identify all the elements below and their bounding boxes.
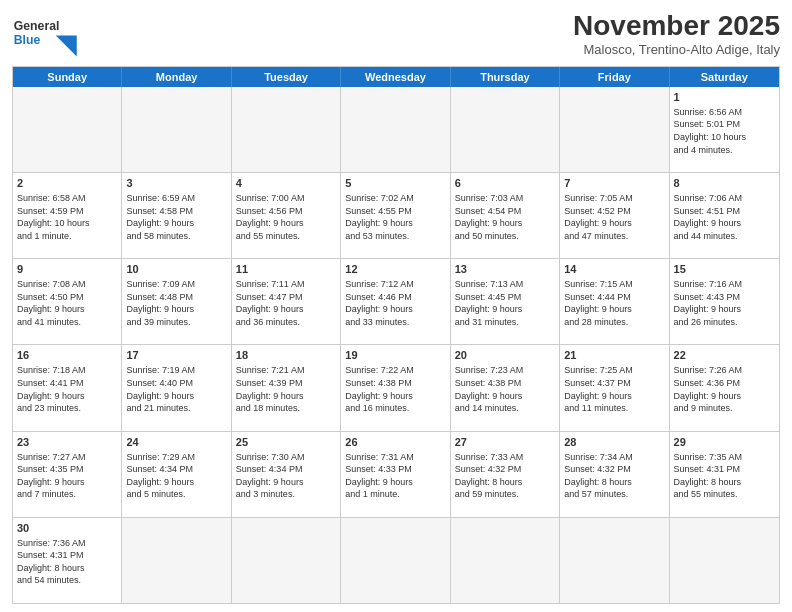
calendar-cell-empty-2 [232, 87, 341, 173]
generalblue-logo: General Blue [12, 10, 82, 60]
cell-sun-info: Sunrise: 6:59 AM Sunset: 4:58 PM Dayligh… [126, 192, 226, 242]
calendar-cell-24: 24Sunrise: 7:29 AM Sunset: 4:34 PM Dayli… [122, 432, 231, 518]
calendar-cell-25: 25Sunrise: 7:30 AM Sunset: 4:34 PM Dayli… [232, 432, 341, 518]
calendar-cell-30: 30Sunrise: 7:36 AM Sunset: 4:31 PM Dayli… [13, 518, 122, 603]
calendar-cell-19: 19Sunrise: 7:22 AM Sunset: 4:38 PM Dayli… [341, 345, 450, 431]
calendar-cell-4: 4Sunrise: 7:00 AM Sunset: 4:56 PM Daylig… [232, 173, 341, 259]
calendar-cell-2: 2Sunrise: 6:58 AM Sunset: 4:59 PM Daylig… [13, 173, 122, 259]
calendar-cell-empty-38 [341, 518, 450, 603]
location-subtitle: Malosco, Trentino-Alto Adige, Italy [573, 42, 780, 57]
calendar: SundayMondayTuesdayWednesdayThursdayFrid… [12, 66, 780, 604]
day-number: 30 [17, 521, 117, 536]
day-header-friday: Friday [560, 67, 669, 87]
day-number: 7 [564, 176, 664, 191]
calendar-cell-12: 12Sunrise: 7:12 AM Sunset: 4:46 PM Dayli… [341, 259, 450, 345]
day-number: 9 [17, 262, 117, 277]
calendar-cell-7: 7Sunrise: 7:05 AM Sunset: 4:52 PM Daylig… [560, 173, 669, 259]
calendar-body: 1Sunrise: 6:56 AM Sunset: 5:01 PM Daylig… [13, 87, 779, 603]
calendar-cell-3: 3Sunrise: 6:59 AM Sunset: 4:58 PM Daylig… [122, 173, 231, 259]
day-number: 19 [345, 348, 445, 363]
day-header-tuesday: Tuesday [232, 67, 341, 87]
calendar-cell-15: 15Sunrise: 7:16 AM Sunset: 4:43 PM Dayli… [670, 259, 779, 345]
cell-sun-info: Sunrise: 7:33 AM Sunset: 4:32 PM Dayligh… [455, 451, 555, 501]
day-number: 17 [126, 348, 226, 363]
day-number: 25 [236, 435, 336, 450]
calendar-cell-6: 6Sunrise: 7:03 AM Sunset: 4:54 PM Daylig… [451, 173, 560, 259]
calendar-cell-16: 16Sunrise: 7:18 AM Sunset: 4:41 PM Dayli… [13, 345, 122, 431]
month-title: November 2025 [573, 10, 780, 42]
day-number: 26 [345, 435, 445, 450]
day-number: 10 [126, 262, 226, 277]
cell-sun-info: Sunrise: 7:08 AM Sunset: 4:50 PM Dayligh… [17, 278, 117, 328]
day-number: 14 [564, 262, 664, 277]
svg-marker-2 [56, 35, 77, 56]
calendar-cell-empty-1 [122, 87, 231, 173]
day-number: 21 [564, 348, 664, 363]
calendar-cell-17: 17Sunrise: 7:19 AM Sunset: 4:40 PM Dayli… [122, 345, 231, 431]
cell-sun-info: Sunrise: 7:02 AM Sunset: 4:55 PM Dayligh… [345, 192, 445, 242]
day-number: 23 [17, 435, 117, 450]
cell-sun-info: Sunrise: 7:15 AM Sunset: 4:44 PM Dayligh… [564, 278, 664, 328]
calendar-cell-5: 5Sunrise: 7:02 AM Sunset: 4:55 PM Daylig… [341, 173, 450, 259]
calendar-cell-8: 8Sunrise: 7:06 AM Sunset: 4:51 PM Daylig… [670, 173, 779, 259]
svg-text:Blue: Blue [14, 33, 41, 47]
calendar-cell-empty-40 [560, 518, 669, 603]
header: General Blue November 2025 Malosco, Tren… [12, 10, 780, 60]
day-number: 27 [455, 435, 555, 450]
day-header-monday: Monday [122, 67, 231, 87]
day-number: 13 [455, 262, 555, 277]
cell-sun-info: Sunrise: 7:16 AM Sunset: 4:43 PM Dayligh… [674, 278, 775, 328]
day-number: 8 [674, 176, 775, 191]
cell-sun-info: Sunrise: 6:56 AM Sunset: 5:01 PM Dayligh… [674, 106, 775, 156]
cell-sun-info: Sunrise: 7:13 AM Sunset: 4:45 PM Dayligh… [455, 278, 555, 328]
day-number: 16 [17, 348, 117, 363]
cell-sun-info: Sunrise: 7:36 AM Sunset: 4:31 PM Dayligh… [17, 537, 117, 587]
calendar-cell-26: 26Sunrise: 7:31 AM Sunset: 4:33 PM Dayli… [341, 432, 450, 518]
calendar-cell-23: 23Sunrise: 7:27 AM Sunset: 4:35 PM Dayli… [13, 432, 122, 518]
calendar-cell-empty-36 [122, 518, 231, 603]
cell-sun-info: Sunrise: 7:18 AM Sunset: 4:41 PM Dayligh… [17, 364, 117, 414]
calendar-cell-11: 11Sunrise: 7:11 AM Sunset: 4:47 PM Dayli… [232, 259, 341, 345]
day-number: 2 [17, 176, 117, 191]
cell-sun-info: Sunrise: 7:35 AM Sunset: 4:31 PM Dayligh… [674, 451, 775, 501]
cell-sun-info: Sunrise: 7:06 AM Sunset: 4:51 PM Dayligh… [674, 192, 775, 242]
logo-area: General Blue [12, 10, 82, 60]
cell-sun-info: Sunrise: 7:31 AM Sunset: 4:33 PM Dayligh… [345, 451, 445, 501]
calendar-cell-22: 22Sunrise: 7:26 AM Sunset: 4:36 PM Dayli… [670, 345, 779, 431]
calendar-cell-28: 28Sunrise: 7:34 AM Sunset: 4:32 PM Dayli… [560, 432, 669, 518]
day-number: 28 [564, 435, 664, 450]
calendar-cell-empty-5 [560, 87, 669, 173]
calendar-cell-20: 20Sunrise: 7:23 AM Sunset: 4:38 PM Dayli… [451, 345, 560, 431]
day-number: 29 [674, 435, 775, 450]
svg-text:General: General [14, 19, 60, 33]
calendar-header: SundayMondayTuesdayWednesdayThursdayFrid… [13, 67, 779, 87]
calendar-cell-empty-41 [670, 518, 779, 603]
day-number: 3 [126, 176, 226, 191]
calendar-cell-empty-0 [13, 87, 122, 173]
calendar-cell-10: 10Sunrise: 7:09 AM Sunset: 4:48 PM Dayli… [122, 259, 231, 345]
day-number: 1 [674, 90, 775, 105]
cell-sun-info: Sunrise: 7:22 AM Sunset: 4:38 PM Dayligh… [345, 364, 445, 414]
page: General Blue November 2025 Malosco, Tren… [0, 0, 792, 612]
cell-sun-info: Sunrise: 7:29 AM Sunset: 4:34 PM Dayligh… [126, 451, 226, 501]
cell-sun-info: Sunrise: 7:19 AM Sunset: 4:40 PM Dayligh… [126, 364, 226, 414]
cell-sun-info: Sunrise: 7:23 AM Sunset: 4:38 PM Dayligh… [455, 364, 555, 414]
cell-sun-info: Sunrise: 7:09 AM Sunset: 4:48 PM Dayligh… [126, 278, 226, 328]
cell-sun-info: Sunrise: 7:26 AM Sunset: 4:36 PM Dayligh… [674, 364, 775, 414]
day-number: 5 [345, 176, 445, 191]
cell-sun-info: Sunrise: 7:30 AM Sunset: 4:34 PM Dayligh… [236, 451, 336, 501]
cell-sun-info: Sunrise: 7:34 AM Sunset: 4:32 PM Dayligh… [564, 451, 664, 501]
cell-sun-info: Sunrise: 7:21 AM Sunset: 4:39 PM Dayligh… [236, 364, 336, 414]
cell-sun-info: Sunrise: 7:25 AM Sunset: 4:37 PM Dayligh… [564, 364, 664, 414]
cell-sun-info: Sunrise: 7:00 AM Sunset: 4:56 PM Dayligh… [236, 192, 336, 242]
calendar-cell-21: 21Sunrise: 7:25 AM Sunset: 4:37 PM Dayli… [560, 345, 669, 431]
day-header-sunday: Sunday [13, 67, 122, 87]
cell-sun-info: Sunrise: 7:03 AM Sunset: 4:54 PM Dayligh… [455, 192, 555, 242]
day-number: 11 [236, 262, 336, 277]
day-number: 20 [455, 348, 555, 363]
cell-sun-info: Sunrise: 7:11 AM Sunset: 4:47 PM Dayligh… [236, 278, 336, 328]
calendar-cell-13: 13Sunrise: 7:13 AM Sunset: 4:45 PM Dayli… [451, 259, 560, 345]
calendar-cell-empty-37 [232, 518, 341, 603]
cell-sun-info: Sunrise: 7:12 AM Sunset: 4:46 PM Dayligh… [345, 278, 445, 328]
calendar-cell-9: 9Sunrise: 7:08 AM Sunset: 4:50 PM Daylig… [13, 259, 122, 345]
